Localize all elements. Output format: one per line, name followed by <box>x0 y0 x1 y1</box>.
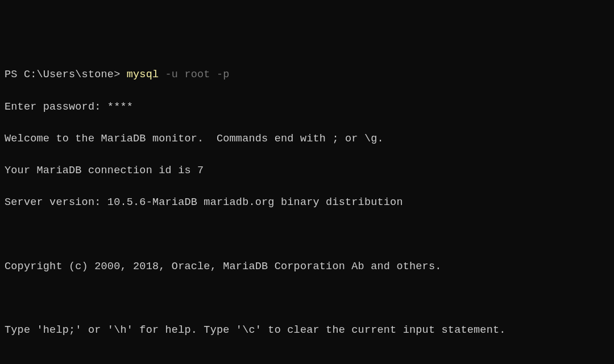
blank-line-2 <box>5 291 609 307</box>
blank-line-1 <box>5 227 609 243</box>
welcome-line-1: Welcome to the MariaDB monitor. Commands… <box>5 131 609 147</box>
ps-prompt: PS C:\Users\stone> <box>5 69 127 81</box>
welcome-line-2: Your MariaDB connection id is 7 <box>5 163 609 179</box>
copyright-line: Copyright (c) 2000, 2018, Oracle, MariaD… <box>5 259 609 275</box>
command-mysql: mysql <box>127 69 159 81</box>
blank-line-3 <box>5 354 609 364</box>
help-line: Type 'help;' or '\h' for help. Type '\c'… <box>5 323 609 338</box>
command-args: -u root -p <box>159 69 229 81</box>
password-line: Enter password: **** <box>5 99 609 115</box>
welcome-line-3: Server version: 10.5.6-MariaDB mariadb.o… <box>5 195 609 211</box>
ps-prompt-line[interactable]: PS C:\Users\stone> mysql -u root -p <box>5 67 609 83</box>
